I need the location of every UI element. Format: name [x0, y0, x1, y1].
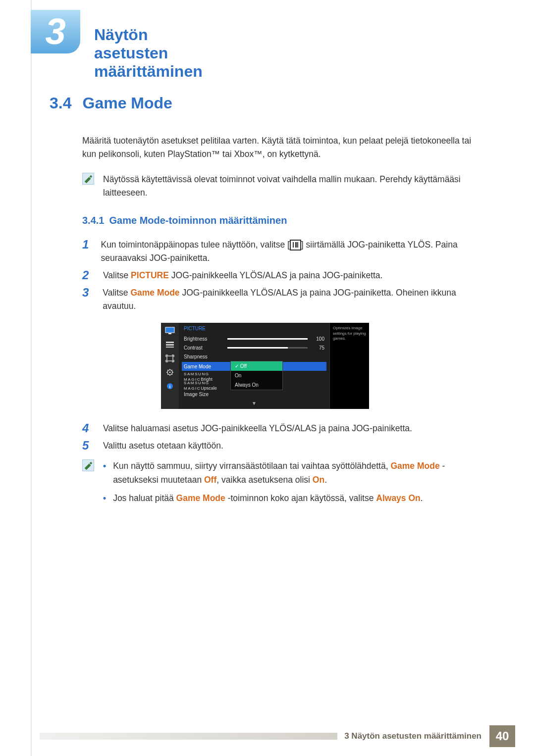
osd-slider	[227, 347, 308, 349]
note-block-2: • Kun näyttö sammuu, siirtyy virransääst…	[82, 459, 481, 509]
footer-chapter-label: 3 Näytön asetusten määrittäminen	[344, 731, 482, 741]
resize-icon	[165, 354, 175, 362]
list-icon	[165, 341, 175, 349]
section-intro: Määritä tuotenäytön asetukset pelitilaa …	[82, 134, 481, 161]
menu-icon	[290, 240, 301, 251]
info-icon: i	[165, 382, 175, 390]
page-footer: 3 Näytön asetusten määrittäminen 40	[40, 725, 535, 747]
osd-label: Sharpness	[184, 354, 223, 359]
step-text: Valitse haluamasi asetus JOG-painikkeell…	[103, 422, 412, 435]
step-text: Valittu asetus otetaan käyttöön.	[103, 439, 223, 453]
chapter-title: Näytön asetusten määrittäminen	[94, 26, 203, 81]
note-text: Näytössä käytettävissä olevat toiminnot …	[103, 173, 481, 200]
section-body: 3.4Game Mode Määritä tuotenäytön asetuks…	[50, 94, 481, 525]
osd-slider-fill	[227, 338, 308, 340]
step-number: 3	[82, 286, 94, 313]
note-icon	[82, 173, 94, 185]
monitor-icon	[165, 327, 175, 335]
text-frag: -toiminnon koko ajan käytössä, valitse	[225, 493, 376, 503]
note-bullets: • Kun näyttö sammuu, siirtyy virransääst…	[103, 459, 481, 509]
footer-gradient-bar	[40, 733, 337, 740]
osd-dropdown: Off On Always On	[230, 361, 283, 390]
bullet-2: • Jos haluat pitää Game Mode -toiminnon …	[103, 492, 481, 505]
svg-rect-2	[166, 342, 174, 343]
osd-value: 75	[312, 345, 324, 351]
note-icon	[82, 459, 94, 471]
step-2: 2 Valitse PICTURE JOG-painikkeella YLÖS/…	[82, 269, 481, 282]
step-number: 2	[82, 269, 94, 282]
section-title: Game Mode	[82, 94, 172, 112]
osd-main-panel: PICTURE Brightness 100 Contrast 75 Sharp…	[179, 323, 329, 409]
text-frag: .	[421, 493, 423, 503]
steps-list-cont: 4 Valitse haluamasi asetus JOG-painikkee…	[82, 422, 481, 453]
step-3: 3 Valitse Game Mode JOG-painikkeella YLÖ…	[82, 286, 481, 313]
svg-rect-0	[165, 327, 174, 333]
text-frag: .	[324, 475, 327, 485]
osd-label: SAMSUNG MAGICUpscale	[184, 380, 223, 391]
chevron-down-icon: ▼	[184, 401, 324, 406]
bullet-text: Kun näyttö sammuu, siirtyy virransäästöt…	[113, 459, 481, 486]
alwayson-keyword: Always On	[376, 493, 420, 503]
osd-option-off: Off	[231, 361, 282, 371]
svg-rect-3	[166, 344, 174, 346]
bullet-text: Jos haluat pitää Game Mode -toiminnon ko…	[113, 492, 423, 505]
osd-label: Brightness	[184, 336, 223, 342]
text-frag: Kun näyttö sammuu, siirtyy virransäästöt…	[113, 461, 390, 471]
step-text: Kun toimintonäppäinopas tulee näyttöön, …	[101, 238, 481, 265]
svg-text:i: i	[169, 384, 171, 389]
gamemode-keyword: Game Mode	[130, 288, 179, 298]
text-frag: , vaikka asetuksena olisi	[216, 475, 313, 485]
step-number: 4	[82, 422, 94, 435]
bullet-icon: •	[103, 492, 106, 505]
osd-sidebar: i	[161, 323, 179, 409]
bullet-1: • Kun näyttö sammuu, siirtyy virransääst…	[103, 459, 481, 486]
bullet-icon: •	[103, 459, 106, 486]
osd-brand-small: SAMSUNG	[184, 381, 210, 385]
step-text-frag: Valitse	[103, 288, 130, 298]
osd-label: Image Size	[184, 392, 223, 397]
step-text: Valitse Game Mode JOG-painikkeella YLÖS/…	[103, 286, 481, 313]
section-heading: 3.4Game Mode	[50, 94, 481, 112]
gear-icon	[165, 368, 175, 376]
step-number: 5	[82, 439, 94, 453]
osd-row-imagesize: Image Size	[184, 390, 324, 399]
osd-magic-suffix: Upscale	[201, 386, 217, 391]
osd-screenshot: i PICTURE Brightness 100 Contrast 75 Sha…	[161, 323, 369, 409]
chapter-number-badge: 3	[31, 10, 80, 53]
osd-slider	[227, 338, 308, 340]
step-number: 1	[82, 238, 92, 265]
osd-help-panel: Optimizes image settings for playing gam…	[329, 323, 369, 409]
step-text: Valitse PICTURE JOG-painikkeella YLÖS/AL…	[103, 269, 382, 282]
gamemode-keyword: Game Mode	[176, 493, 225, 503]
gamemode-keyword: Game Mode	[390, 461, 439, 471]
step-text-frag: Kun toimintonäppäinopas tulee näyttöön, …	[101, 240, 289, 250]
osd-slider-fill	[227, 347, 288, 349]
osd-row-gamemode: Game Mode Off On Always On	[184, 362, 324, 371]
step-5: 5 Valittu asetus otetaan käyttöön.	[82, 439, 481, 453]
osd-label: Contrast	[184, 345, 223, 351]
on-keyword: On	[313, 475, 324, 485]
osd-magic: MAGIC	[184, 386, 201, 391]
picture-keyword: PICTURE	[131, 270, 169, 280]
svg-rect-5	[167, 356, 173, 361]
step-4: 4 Valitse haluamasi asetus JOG-painikkee…	[82, 422, 481, 435]
text-frag: Jos haluat pitää	[113, 493, 176, 503]
off-keyword: Off	[204, 475, 216, 485]
osd-option-always: Always On	[231, 380, 282, 390]
step-text-frag: JOG-painikkeella YLÖS/ALAS ja paina JOG-…	[169, 270, 383, 280]
osd-title: PICTURE	[184, 326, 324, 331]
note-block: Näytössä käytettävissä olevat toiminnot …	[82, 173, 481, 200]
subsection-title: Game Mode-toiminnon määrittäminen	[109, 215, 287, 226]
step-1: 1 Kun toimintonäppäinopas tulee näyttöön…	[82, 238, 481, 265]
svg-rect-4	[166, 347, 174, 348]
left-margin-rule	[31, 0, 32, 756]
svg-point-7	[169, 372, 171, 373]
osd-row-brightness: Brightness 100	[184, 334, 324, 343]
steps-list: 1 Kun toimintonäppäinopas tulee näyttöön…	[82, 238, 481, 313]
subsection-heading: 3.4.1Game Mode-toiminnon määrittäminen	[82, 215, 481, 226]
footer-page-number: 40	[489, 725, 515, 747]
osd-brand-small: SAMSUNG	[184, 372, 210, 376]
osd-row-sharpness: Sharpness	[184, 352, 324, 361]
osd-label: Game Mode	[184, 364, 223, 369]
step-text-frag: Valitse	[103, 270, 131, 280]
